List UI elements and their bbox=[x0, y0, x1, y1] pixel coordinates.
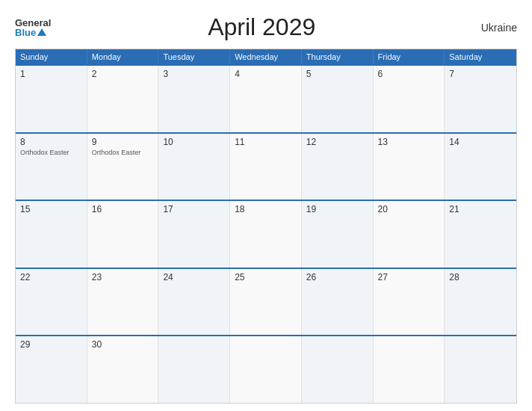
page: General Blue April 2029 Ukraine SundayMo… bbox=[0, 0, 532, 411]
day-cell: 30 bbox=[87, 336, 159, 403]
day-number: 1 bbox=[20, 69, 82, 79]
day-headers-row: SundayMondayTuesdayWednesdayThursdayFrid… bbox=[16, 49, 516, 64]
day-number: 9 bbox=[92, 137, 154, 147]
day-header-wednesday: Wednesday bbox=[230, 49, 302, 64]
day-cell bbox=[302, 336, 374, 403]
logo-triangle-icon bbox=[37, 28, 46, 36]
header: General Blue April 2029 Ukraine bbox=[15, 13, 517, 41]
day-cell: 29 bbox=[16, 336, 87, 403]
weeks-container: 12345678Orthodox Easter9Orthodox Easter1… bbox=[16, 64, 516, 403]
day-cell: 1 bbox=[16, 66, 87, 132]
day-cell: 23 bbox=[87, 269, 159, 336]
day-cell: 26 bbox=[302, 269, 374, 336]
day-number: 7 bbox=[449, 69, 512, 79]
day-number: 25 bbox=[235, 272, 297, 282]
day-number: 30 bbox=[92, 339, 154, 350]
day-cell: 19 bbox=[302, 201, 374, 268]
day-cell: 5 bbox=[302, 66, 374, 132]
day-number: 26 bbox=[306, 272, 368, 282]
day-number: 28 bbox=[449, 272, 512, 282]
day-header-tuesday: Tuesday bbox=[158, 49, 230, 64]
logo-blue-label: Blue bbox=[15, 28, 36, 37]
day-cell bbox=[230, 336, 302, 403]
day-event: Orthodox Easter bbox=[92, 149, 154, 157]
day-header-saturday: Saturday bbox=[445, 49, 516, 64]
logo-general-text: General bbox=[15, 18, 51, 28]
day-header-monday: Monday bbox=[87, 49, 159, 64]
day-cell: 15 bbox=[16, 201, 87, 268]
day-number: 8 bbox=[20, 137, 82, 147]
day-cell: 7 bbox=[445, 66, 516, 132]
day-cell: 11 bbox=[230, 134, 302, 200]
day-cell: 16 bbox=[87, 201, 159, 268]
day-cell: 10 bbox=[158, 134, 230, 200]
day-cell: 24 bbox=[158, 269, 230, 336]
week-row-3: 15161718192021 bbox=[16, 200, 516, 268]
day-number: 22 bbox=[20, 272, 82, 282]
day-number: 13 bbox=[378, 137, 440, 147]
day-number: 27 bbox=[378, 272, 440, 282]
day-number: 19 bbox=[306, 204, 368, 214]
day-cell: 20 bbox=[374, 201, 445, 268]
day-cell: 14 bbox=[445, 134, 516, 200]
day-cell: 21 bbox=[445, 201, 516, 268]
day-number: 17 bbox=[163, 204, 225, 214]
day-number: 29 bbox=[20, 339, 82, 350]
day-event: Orthodox Easter bbox=[20, 149, 82, 157]
day-number: 10 bbox=[163, 137, 225, 147]
day-cell: 27 bbox=[374, 269, 445, 336]
day-cell: 3 bbox=[158, 66, 230, 132]
day-cell: 17 bbox=[158, 201, 230, 268]
logo-blue-text: Blue bbox=[15, 28, 46, 37]
day-cell: 4 bbox=[230, 66, 302, 132]
day-cell: 12 bbox=[302, 134, 374, 200]
week-row-5: 2930 bbox=[16, 335, 516, 403]
day-cell: 18 bbox=[230, 201, 302, 268]
week-row-4: 22232425262728 bbox=[16, 268, 516, 336]
day-cell bbox=[445, 336, 516, 403]
day-number: 24 bbox=[163, 272, 225, 282]
day-number: 18 bbox=[235, 204, 297, 214]
day-cell bbox=[158, 336, 230, 403]
day-cell: 2 bbox=[87, 66, 159, 132]
day-number: 15 bbox=[20, 204, 82, 214]
day-cell: 8Orthodox Easter bbox=[16, 134, 87, 200]
day-cell: 9Orthodox Easter bbox=[87, 134, 159, 200]
country-label: Ukraine bbox=[472, 22, 517, 34]
day-number: 4 bbox=[235, 69, 297, 79]
day-number: 21 bbox=[449, 204, 512, 214]
day-number: 5 bbox=[306, 69, 368, 79]
day-number: 2 bbox=[92, 69, 154, 79]
day-cell: 25 bbox=[230, 269, 302, 336]
day-number: 3 bbox=[163, 69, 225, 79]
day-number: 11 bbox=[235, 137, 297, 147]
day-number: 12 bbox=[306, 137, 368, 147]
day-number: 14 bbox=[449, 137, 512, 147]
day-header-thursday: Thursday bbox=[302, 49, 374, 64]
day-cell: 13 bbox=[374, 134, 445, 200]
week-row-1: 1234567 bbox=[16, 64, 516, 132]
day-header-sunday: Sunday bbox=[16, 49, 87, 64]
day-cell: 22 bbox=[16, 269, 87, 336]
day-number: 23 bbox=[92, 272, 154, 282]
day-cell: 28 bbox=[445, 269, 516, 336]
calendar-title: April 2029 bbox=[51, 13, 472, 41]
day-number: 16 bbox=[92, 204, 154, 214]
day-number: 20 bbox=[378, 204, 440, 214]
day-header-friday: Friday bbox=[374, 49, 445, 64]
day-cell: 6 bbox=[374, 66, 445, 132]
week-row-2: 8Orthodox Easter9Orthodox Easter10111213… bbox=[16, 132, 516, 200]
day-cell bbox=[374, 336, 445, 403]
day-number: 6 bbox=[378, 69, 440, 79]
calendar: SundayMondayTuesdayWednesdayThursdayFrid… bbox=[15, 49, 517, 404]
logo: General Blue bbox=[15, 18, 51, 37]
